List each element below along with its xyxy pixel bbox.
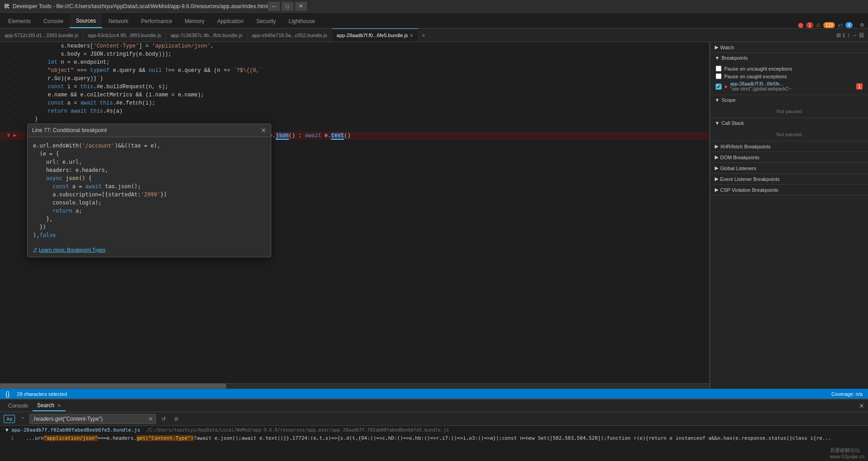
- search-result-file[interactable]: ▼ app-28aadb7f.f02ab00fabed8eeb6fe5.bund…: [0, 426, 868, 434]
- arrange-icon: ↕: [847, 32, 850, 38]
- xhr-breakpoints-label: XHR/fetch Breakpoints: [720, 144, 770, 149]
- error-icon: ⬤: [798, 22, 803, 28]
- code-line: - s.headers['Content-Type'] = 'applicati…: [0, 42, 709, 50]
- header-icons: ⬤ 1 ⚠ 119 🏷 4 ⚙: [798, 22, 868, 28]
- watch-header[interactable]: ▶ Watch: [710, 42, 868, 52]
- code-line: - s.body = JSON.stringify(e.body)));: [0, 50, 709, 58]
- titlebar-text: Developer Tools - file:///C:/Users/taozh…: [13, 3, 268, 10]
- tab-security[interactable]: Security: [250, 14, 282, 28]
- csp-arrow: ▶: [715, 187, 718, 193]
- external-link-icon: ↗: [33, 247, 37, 252]
- tab-network[interactable]: Network: [102, 14, 135, 28]
- bp-checkbox[interactable]: [716, 84, 722, 90]
- settings-button[interactable]: ⚙: [860, 22, 864, 28]
- close-tab-icon[interactable]: ✕: [410, 33, 413, 38]
- more-tabs-button[interactable]: »: [418, 30, 429, 40]
- search-input-wrapper: ✕: [29, 414, 156, 424]
- dom-breakpoints-header[interactable]: ▶ DOM Breakpoints: [710, 152, 868, 162]
- scope-header[interactable]: ▼ Scope: [710, 95, 868, 105]
- close-button[interactable]: ✕: [295, 2, 307, 11]
- code-line: - const i = this.#e.buildRequest(n, s);: [0, 83, 709, 91]
- xhr-breakpoints-section: ▶ XHR/fetch Breakpoints: [710, 141, 868, 152]
- tab-sources[interactable]: Sources: [70, 14, 102, 28]
- maximize-button[interactable]: □: [282, 2, 293, 11]
- tab-elements[interactable]: Elements: [2, 14, 37, 28]
- search-input[interactable]: [30, 415, 146, 423]
- csp-violation-bps-section: ▶ CSP Violation Breakpoints: [710, 185, 868, 195]
- call-stack-header[interactable]: ▼ Call Stack: [710, 118, 868, 128]
- curly-icon: {}: [5, 390, 9, 398]
- bottom-panel: Console Search ✕ ✕ Aa .* ✕ ↺ ⊘ ▼ app-28a…: [0, 399, 868, 461]
- coverage-text: Coverage: n/a: [831, 391, 863, 397]
- split-icon: ⫿: [843, 32, 845, 38]
- tab-memory[interactable]: Memory: [179, 14, 211, 28]
- search-results: ▼ app-28aadb7f.f02ab00fabed8eeb6fe5.bund…: [0, 426, 868, 461]
- close-search-tab-icon[interactable]: ✕: [57, 403, 61, 408]
- bottom-tab-console[interactable]: Console: [4, 401, 33, 411]
- search-result-line-1[interactable]: 1 ...urn"application/json"===e.headers.g…: [0, 434, 868, 442]
- warning-icon: ⚠: [816, 22, 821, 28]
- titlebar: 🛠 Developer Tools - file:///C:/Users/tao…: [0, 0, 868, 13]
- global-listeners-header[interactable]: ▶ Global Listeners: [710, 163, 868, 173]
- bp-num-badge: 1: [856, 83, 863, 90]
- info-icon: 🏷: [838, 23, 843, 28]
- tab-lighthouse[interactable]: Lighthouse: [282, 14, 321, 28]
- watch-label: Watch: [720, 45, 734, 50]
- selected-text: 29 characters selected: [17, 391, 67, 397]
- breakpoints-label: Breakpoints: [722, 55, 748, 61]
- watermark-line2: www.52pojie.cn: [830, 454, 864, 459]
- file-tab-5[interactable]: app-28aadb7f.f0...6fe5.bundle.js ✕: [332, 29, 419, 42]
- right-panel: ▶ Watch ▼ Breakpoints Pause on uncaught …: [710, 42, 868, 389]
- breakpoint-popup-code[interactable]: e.url.endsWith('/account')&&((tao = e), …: [28, 137, 271, 244]
- breakpoints-header[interactable]: ▼ Breakpoints: [710, 53, 868, 63]
- breakpoints-section: ▼ Breakpoints Pause on uncaught exceptio…: [710, 53, 868, 95]
- refresh-search-button[interactable]: ↺: [159, 414, 169, 424]
- file-tab-4[interactable]: app-e945e716.0a...c052.bundle.js: [247, 29, 332, 42]
- cancel-search-button[interactable]: ⊘: [171, 414, 181, 424]
- bottom-tabs: Console Search ✕ ✕: [0, 399, 868, 412]
- csp-violation-bps-header[interactable]: ▶ CSP Violation Breakpoints: [710, 185, 868, 195]
- info-badge: 4: [845, 22, 853, 28]
- pause-caught-checkbox[interactable]: [716, 73, 722, 79]
- bottom-panel-close-button[interactable]: ✕: [859, 402, 864, 409]
- regex-toggle[interactable]: .*: [18, 415, 26, 423]
- chain-icon: ⛓: [859, 32, 864, 38]
- horizontal-scrollbar[interactable]: [0, 383, 709, 389]
- bp-file-label: app-28aadb7f.f0...6fe5fe...: [730, 81, 839, 86]
- breakpoint-popup-close[interactable]: ✕: [261, 127, 266, 134]
- pause-uncaught-checkbox[interactable]: [716, 66, 722, 71]
- pause-uncaught-row: Pause on uncaught exceptions: [716, 65, 863, 72]
- event-listener-bps-label: Event Listener Breakpoints: [720, 176, 779, 182]
- call-stack-not-paused: Not paused: [716, 130, 863, 139]
- status-bar: {} 29 characters selected Coverage: n/a: [0, 389, 868, 399]
- code-line: - "object" === typeof e.query && null !=…: [0, 67, 709, 75]
- csp-violation-bps-label: CSP Violation Breakpoints: [720, 187, 778, 193]
- watch-section: ▶ Watch: [710, 42, 868, 53]
- file-tab-1[interactable]: app-5712c1f0.d1...3393.bundle.js: [0, 29, 83, 42]
- file-tab-3[interactable]: app-7c36387c.4b...ffcb.bundle.js: [166, 29, 247, 42]
- tab-application[interactable]: Application: [211, 14, 250, 28]
- file-full-path: /C:/Users/taozhiyu/AppData/Local/WeMod/a…: [147, 428, 449, 432]
- scope-label: Scope: [722, 97, 736, 103]
- pause-caught-label: Pause on caught exceptions: [724, 74, 787, 79]
- tab-performance[interactable]: Performance: [135, 14, 179, 28]
- case-sensitive-toggle[interactable]: Aa: [4, 415, 15, 423]
- minimize-button[interactable]: ─: [268, 2, 280, 11]
- event-listener-bps-header[interactable]: ▶ Event Listener Breakpoints: [710, 174, 868, 184]
- watch-arrow: ▶: [715, 44, 718, 50]
- file-tab-2[interactable]: app-63cb1cc4.90...8f93.bundle.js: [83, 29, 166, 42]
- layout-toggle-button[interactable]: ⊞ ⫿ ↕ → ⛓: [833, 30, 868, 40]
- bottom-tab-search[interactable]: Search ✕: [33, 400, 66, 411]
- clear-search-button[interactable]: ✕: [146, 414, 156, 424]
- search-bar: Aa .* ✕ ↺ ⊘: [0, 412, 868, 426]
- tab-console[interactable]: Console: [37, 14, 70, 28]
- bp-dot-icon: ●: [724, 83, 727, 90]
- breakpoint-popup-title: Line 77: Conditional breakpoint: [32, 127, 261, 133]
- code-panel: - s.headers['Content-Type'] = 'applicati…: [0, 42, 710, 389]
- xhr-breakpoints-header[interactable]: ▶ XHR/fetch Breakpoints: [710, 141, 868, 152]
- learn-more-link[interactable]: ↗ Learn more: Breakpoint Types: [28, 244, 271, 257]
- call-stack-content: Not paused: [710, 128, 868, 141]
- event-arrow: ▶: [715, 176, 718, 182]
- bp-code-label: "use strict";(global.webpackC~: [730, 86, 839, 91]
- pause-uncaught-label: Pause on uncaught exceptions: [724, 66, 792, 71]
